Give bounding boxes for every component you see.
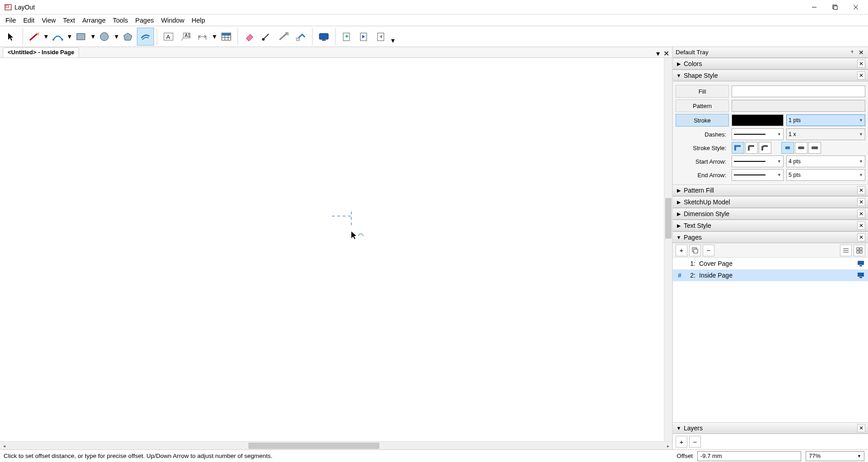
rectangle-tool-dropdown[interactable]: ▾	[90, 28, 96, 46]
svg-point-10	[100, 33, 108, 41]
page-row[interactable]: # 2: Inside Page	[673, 269, 868, 281]
end-arrow-size-combo[interactable]: 5 pts▼	[786, 169, 865, 181]
menu-window[interactable]: Window	[158, 16, 188, 25]
menu-tools[interactable]: Tools	[109, 16, 132, 25]
panel-pattern-fill-close[interactable]: ✕	[857, 186, 865, 194]
page-thumb-view-button[interactable]	[854, 245, 865, 256]
minimize-button[interactable]	[804, 0, 825, 14]
tray-title: Default Tray	[676, 49, 709, 56]
menu-view[interactable]: View	[38, 16, 59, 25]
panel-pages-header[interactable]: ▼ Pages ✕	[673, 231, 868, 243]
page-add-button[interactable]: +	[676, 245, 687, 256]
page-duplicate-button[interactable]	[689, 245, 701, 256]
arc-tool[interactable]	[49, 28, 66, 46]
circle-tool-dropdown[interactable]: ▾	[113, 28, 120, 46]
panel-dimension-style-header[interactable]: ▶ Dimension Style ✕	[673, 208, 868, 220]
presentation-icon[interactable]	[857, 272, 864, 278]
menu-text[interactable]: Text	[60, 16, 79, 25]
page-row[interactable]: 1: Cover Page	[673, 258, 868, 269]
polygon-tool[interactable]	[120, 28, 137, 46]
tray-pin-icon[interactable]	[848, 48, 856, 57]
text-tool[interactable]: A	[160, 28, 177, 46]
line-tool-dropdown[interactable]: ▾	[43, 28, 49, 46]
app-icon	[5, 4, 12, 11]
table-tool[interactable]	[218, 28, 235, 46]
stroke-swatch[interactable]	[732, 114, 784, 126]
menu-file[interactable]: File	[2, 16, 19, 25]
eraser-tool[interactable]	[241, 28, 258, 46]
presentation-icon[interactable]	[857, 260, 864, 267]
panel-pages-close[interactable]: ✕	[857, 233, 865, 241]
panel-text-style-close[interactable]: ✕	[857, 222, 865, 230]
panel-shape-style-header[interactable]: ▼ Shape Style ✕	[673, 70, 868, 81]
document-tab-close[interactable]: ✕	[662, 49, 670, 57]
cap-flat[interactable]	[781, 142, 794, 154]
menu-pages[interactable]: Pages	[132, 16, 158, 25]
offset-tool[interactable]	[137, 28, 154, 46]
dimension-tool-dropdown[interactable]: ▾	[211, 28, 218, 46]
arc-tool-dropdown[interactable]: ▾	[66, 28, 73, 46]
next-page-tool[interactable]	[373, 28, 390, 46]
end-arrow-combo[interactable]: ▼	[732, 169, 784, 181]
stroke-toggle[interactable]: Stroke	[676, 114, 729, 127]
cap-square[interactable]	[808, 142, 821, 154]
panel-dimension-style-close[interactable]: ✕	[857, 210, 865, 218]
maximize-button[interactable]	[825, 0, 845, 14]
document-tab-dropdown[interactable]: ▾	[654, 49, 662, 57]
document-tab[interactable]: <Untitled> - Inside Page	[3, 47, 79, 57]
panel-sketchup-model-close[interactable]: ✕	[857, 198, 865, 206]
horizontal-scrollbar[interactable]: ◂ ▸	[0, 441, 672, 449]
label-tool[interactable]: A1	[177, 28, 194, 46]
corner-round[interactable]	[745, 142, 758, 154]
pattern-swatch[interactable]	[732, 100, 865, 112]
toolbar-overflow[interactable]: ▾	[390, 28, 396, 46]
menu-arrange[interactable]: Arrange	[79, 16, 109, 25]
style-tool[interactable]	[258, 28, 275, 46]
previous-page-tool[interactable]	[355, 28, 373, 46]
panel-colors-header[interactable]: ▶ Colors ✕	[673, 58, 868, 70]
close-button[interactable]	[845, 0, 866, 14]
dimension-tool[interactable]	[194, 28, 211, 46]
start-arrow-combo[interactable]: ▼	[732, 156, 784, 167]
zoom-combo[interactable]: 77%▼	[806, 451, 864, 461]
svg-rect-25	[222, 33, 231, 35]
fill-toggle[interactable]: Fill	[676, 85, 729, 98]
dashes-combo[interactable]: ▼	[732, 128, 784, 140]
dashes-scale-combo[interactable]: 1 x▼	[786, 128, 865, 140]
panel-sketchup-model-header[interactable]: ▶ SketchUp Model ✕	[673, 196, 868, 208]
stroke-width-combo[interactable]: 1 pts▼	[786, 114, 865, 126]
offset-field[interactable]: -9.7 mm	[697, 451, 801, 461]
canvas[interactable]	[0, 58, 672, 441]
svg-rect-27	[296, 38, 299, 41]
add-page-tool[interactable]: +	[338, 28, 355, 46]
circle-tool[interactable]	[96, 28, 113, 46]
corner-bevel[interactable]	[759, 142, 771, 154]
line-tool[interactable]	[26, 28, 43, 46]
tray-close-icon[interactable]: ✕	[857, 48, 865, 57]
tray-header[interactable]: Default Tray ✕	[673, 47, 868, 58]
panel-colors-close[interactable]: ✕	[857, 60, 865, 68]
rectangle-tool[interactable]	[73, 28, 90, 46]
join-tool[interactable]	[292, 28, 309, 46]
panel-pages-body: + − 1: Cover Page # 2: Inside Page	[673, 243, 868, 422]
select-tool[interactable]	[3, 28, 20, 46]
split-tool[interactable]	[275, 28, 292, 46]
corner-miter[interactable]	[732, 142, 744, 154]
pattern-toggle[interactable]: Pattern	[676, 99, 729, 112]
page-list-view-button[interactable]	[840, 245, 852, 256]
fill-swatch[interactable]	[732, 85, 865, 97]
layer-remove-button[interactable]: −	[689, 436, 701, 448]
panel-text-style-header[interactable]: ▶ Text Style ✕	[673, 220, 868, 231]
panel-layers-close[interactable]: ✕	[857, 424, 865, 432]
panel-shape-style-close[interactable]: ✕	[857, 71, 865, 80]
panel-layers-header[interactable]: ▼ Layers ✕	[673, 422, 868, 434]
menu-edit[interactable]: Edit	[19, 16, 38, 25]
layer-add-button[interactable]: +	[676, 436, 687, 448]
panel-pattern-fill-header[interactable]: ▶ Pattern Fill ✕	[673, 184, 868, 196]
svg-rect-54	[859, 277, 862, 278]
menu-help[interactable]: Help	[188, 16, 209, 25]
cap-round[interactable]	[795, 142, 807, 154]
page-remove-button[interactable]: −	[703, 245, 714, 256]
presentation-tool[interactable]	[315, 28, 332, 46]
start-arrow-size-combo[interactable]: 4 pts▼	[786, 156, 865, 167]
